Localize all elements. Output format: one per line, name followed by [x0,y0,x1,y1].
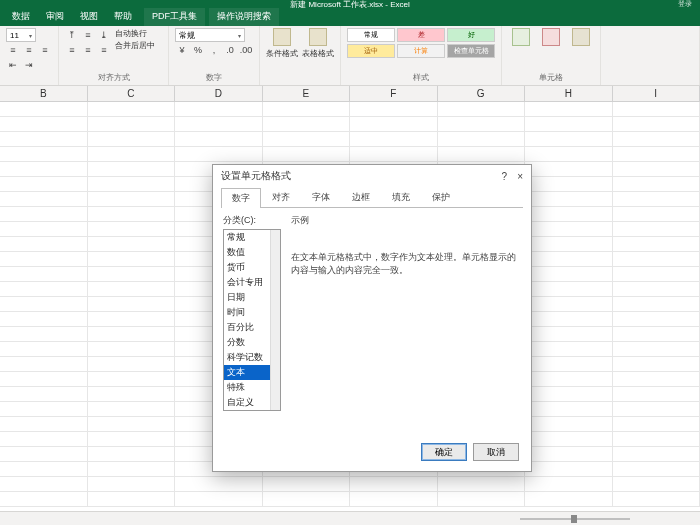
cell[interactable] [263,477,351,492]
cell[interactable] [525,282,613,297]
cell[interactable] [525,477,613,492]
cell[interactable] [88,477,176,492]
cell[interactable] [613,342,701,357]
cell[interactable] [88,177,176,192]
style-neutral[interactable]: 适中 [347,44,395,58]
cell[interactable] [0,177,88,192]
cell[interactable] [0,297,88,312]
cell[interactable] [613,192,701,207]
currency-icon[interactable]: ¥ [175,43,189,57]
cell[interactable] [88,327,176,342]
cell[interactable] [88,207,176,222]
scrollbar[interactable] [270,230,280,410]
halign-center-icon[interactable]: ≡ [81,43,95,57]
cell[interactable] [613,282,701,297]
cell[interactable] [525,222,613,237]
cell[interactable] [88,252,176,267]
cell[interactable] [613,492,701,507]
category-list[interactable]: 常规数值货币会计专用日期时间百分比分数科学记数文本特殊自定义 [223,229,281,411]
merge-center-button[interactable]: 合并后居中 [115,40,155,51]
cell[interactable] [88,147,176,162]
cell[interactable] [88,132,176,147]
top-align-icon[interactable]: ⤒ [65,28,79,42]
cell[interactable] [175,492,263,507]
cell[interactable] [88,462,176,477]
cell[interactable] [263,117,351,132]
cell[interactable] [613,417,701,432]
middle-align-icon[interactable]: ≡ [81,28,95,42]
cell[interactable] [88,372,176,387]
cell[interactable] [88,237,176,252]
halign-right-icon[interactable]: ≡ [97,43,111,57]
zoom-thumb[interactable] [571,515,577,523]
style-normal[interactable]: 常规 [347,28,395,42]
dlg-tab-fill[interactable]: 填充 [381,187,421,207]
cell[interactable] [175,147,263,162]
cell[interactable] [0,327,88,342]
cell[interactable] [525,432,613,447]
dlg-tab-number[interactable]: 数字 [221,188,261,208]
cell[interactable] [0,417,88,432]
cell[interactable] [0,237,88,252]
cell[interactable] [525,387,613,402]
number-format-dropdown[interactable]: 常规 ▾ [175,28,245,42]
format-cells-button[interactable] [568,28,594,46]
cell[interactable] [613,162,701,177]
cell[interactable] [525,327,613,342]
cell[interactable] [88,102,176,117]
cell[interactable] [0,402,88,417]
cell[interactable] [88,342,176,357]
cell[interactable] [613,102,701,117]
align-right-icon[interactable]: ≡ [38,43,52,57]
cell[interactable] [88,282,176,297]
col-head[interactable]: I [613,86,701,101]
cell[interactable] [613,267,701,282]
delete-cells-button[interactable] [538,28,564,46]
cell[interactable] [613,177,701,192]
style-check[interactable]: 检查单元格 [447,44,495,58]
tab-tellme[interactable]: 操作说明搜索 [209,8,279,26]
cell[interactable] [0,387,88,402]
cell[interactable] [0,447,88,462]
cell[interactable] [525,297,613,312]
cell[interactable] [525,117,613,132]
insert-cells-button[interactable] [508,28,534,46]
cell[interactable] [0,312,88,327]
cell[interactable] [88,312,176,327]
cell[interactable] [88,357,176,372]
cell[interactable] [88,492,176,507]
cell[interactable] [525,132,613,147]
cell[interactable] [525,102,613,117]
cell[interactable] [613,402,701,417]
dlg-tab-alignment[interactable]: 对齐 [261,187,301,207]
cell[interactable] [613,297,701,312]
font-size-dropdown[interactable]: 11 ▾ [6,28,36,42]
cell[interactable] [350,147,438,162]
cell[interactable] [525,192,613,207]
cell[interactable] [350,477,438,492]
col-head[interactable]: B [0,86,88,101]
cell[interactable] [0,492,88,507]
cell[interactable] [613,372,701,387]
cell[interactable] [525,357,613,372]
cell[interactable] [525,492,613,507]
cell[interactable] [438,477,526,492]
cell[interactable] [88,267,176,282]
cell[interactable] [613,387,701,402]
col-head[interactable]: E [263,86,351,101]
cell[interactable] [613,447,701,462]
cell[interactable] [613,252,701,267]
ok-button[interactable]: 确定 [421,443,467,461]
percent-icon[interactable]: % [191,43,205,57]
cell[interactable] [525,402,613,417]
style-calc[interactable]: 计算 [397,44,445,58]
cell[interactable] [175,132,263,147]
bottom-align-icon[interactable]: ⤓ [97,28,111,42]
cell[interactable] [88,417,176,432]
dlg-tab-protection[interactable]: 保护 [421,187,461,207]
cell[interactable] [525,342,613,357]
dlg-tab-font[interactable]: 字体 [301,187,341,207]
cell[interactable] [0,192,88,207]
cell[interactable] [0,357,88,372]
cell[interactable] [0,222,88,237]
